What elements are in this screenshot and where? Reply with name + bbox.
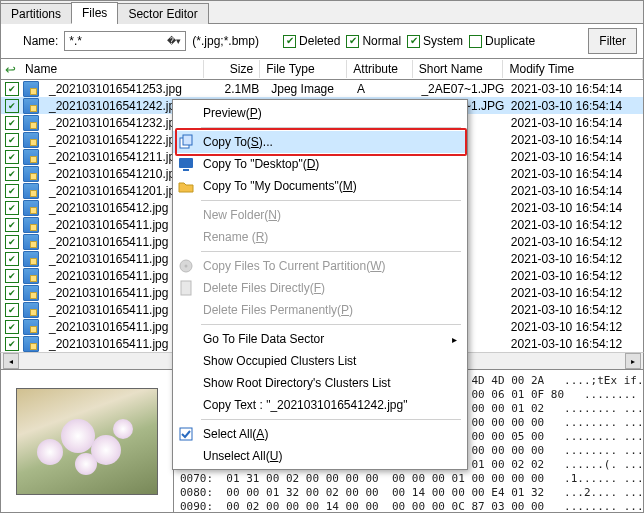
cell-mtime: 2021-03-10 16:54:12 [505, 235, 643, 249]
cell-mtime: 2021-03-10 16:54:14 [505, 201, 643, 215]
tab-partitions[interactable]: Partitions [0, 3, 72, 24]
menu-select-all[interactable]: Select All(A) [173, 423, 467, 445]
menu-copy-text[interactable]: Copy Text : "_2021031016541242.jpg" [173, 394, 467, 416]
scroll-right-icon[interactable]: ▸ [625, 353, 641, 369]
file-icon [177, 279, 195, 297]
submenu-arrow-icon: ▸ [452, 334, 457, 345]
cell-mtime: 2021-03-10 16:54:14 [505, 184, 643, 198]
name-pattern-combo[interactable]: *.* �▾ [64, 31, 186, 51]
svg-rect-2 [179, 158, 193, 168]
row-checkbox[interactable]: ✔ [5, 235, 19, 249]
cell-mtime: 2021-03-10 16:54:12 [505, 218, 643, 232]
cell-mtime: 2021-03-10 16:54:12 [505, 269, 643, 283]
col-attr[interactable]: Attribute [347, 60, 412, 78]
deleted-checkbox[interactable]: ✔Deleted [283, 34, 340, 48]
menu-goto-sector[interactable]: Go To File Data Sector▸ [173, 328, 467, 350]
row-checkbox[interactable]: ✔ [5, 286, 19, 300]
menu-copy-desktop[interactable]: Copy To "Desktop"(D) [173, 153, 467, 175]
row-checkbox[interactable]: ✔ [5, 252, 19, 266]
image-file-icon [23, 302, 39, 318]
row-checkbox[interactable]: ✔ [5, 269, 19, 283]
row-checkbox[interactable]: ✔ [5, 82, 19, 96]
drive-icon [177, 257, 195, 275]
image-file-icon [23, 200, 39, 216]
cell-mtime: 2021-03-10 16:54:12 [505, 320, 643, 334]
pattern-value: *.* [69, 34, 82, 48]
menu-copy-mydocs[interactable]: Copy To "My Documents"(M) [173, 175, 467, 197]
svg-rect-1 [183, 135, 192, 145]
cell-mtime: 2021-03-10 16:54:12 [505, 337, 643, 351]
cell-mtime: 2021-03-10 16:54:12 [505, 252, 643, 266]
name-label: Name: [23, 34, 58, 48]
cell-mtime: 2021-03-10 16:54:14 [505, 99, 643, 113]
tab-bar: Partitions Files Sector Editor [0, 0, 644, 24]
menu-show-clusters[interactable]: Show Occupied Clusters List [173, 350, 467, 372]
cell-short: _2AE07~1.JPG [415, 82, 504, 96]
scroll-left-icon[interactable]: ◂ [3, 353, 19, 369]
row-checkbox[interactable]: ✔ [5, 218, 19, 232]
menu-preview[interactable]: Preview(P) [173, 102, 467, 124]
pattern-hint: (*.jpg;*.bmp) [192, 34, 259, 48]
menu-copy-to[interactable]: Copy To(S)... [173, 131, 467, 153]
image-file-icon [23, 132, 39, 148]
up-level-icon[interactable]: ↩ [1, 62, 19, 77]
row-checkbox[interactable]: ✔ [5, 99, 19, 113]
row-checkbox[interactable]: ✔ [5, 116, 19, 130]
row-checkbox[interactable]: ✔ [5, 133, 19, 147]
image-file-icon [23, 115, 39, 131]
cell-mtime: 2021-03-10 16:54:14 [505, 133, 643, 147]
row-checkbox[interactable]: ✔ [5, 184, 19, 198]
cell-mtime: 2021-03-10 16:54:14 [505, 150, 643, 164]
tab-files[interactable]: Files [71, 2, 118, 24]
col-name[interactable]: Name [19, 60, 204, 78]
cell-type: Jpeg Image [265, 82, 351, 96]
image-file-icon [23, 251, 39, 267]
image-file-icon [23, 217, 39, 233]
context-menu: Preview(P) Copy To(S)... Copy To "Deskto… [172, 99, 468, 470]
cell-mtime: 2021-03-10 16:54:12 [505, 286, 643, 300]
menu-copy-current-partition: Copy Files To Current Partition(W) [173, 255, 467, 277]
normal-checkbox[interactable]: ✔Normal [346, 34, 401, 48]
row-checkbox[interactable]: ✔ [5, 303, 19, 317]
image-file-icon [23, 234, 39, 250]
menu-rename: Rename (R) [173, 226, 467, 248]
system-checkbox[interactable]: ✔System [407, 34, 463, 48]
svg-rect-3 [183, 169, 189, 171]
preview-pane [1, 370, 174, 512]
row-checkbox[interactable]: ✔ [5, 337, 19, 351]
copy-icon [177, 133, 195, 151]
col-type[interactable]: File Type [260, 60, 347, 78]
row-checkbox[interactable]: ✔ [5, 150, 19, 164]
cell-mtime: 2021-03-10 16:54:12 [505, 303, 643, 317]
row-checkbox[interactable]: ✔ [5, 201, 19, 215]
menu-show-root-clusters[interactable]: Show Root Directory's Clusters List [173, 372, 467, 394]
table-row[interactable]: ✔_2021031016541253.jpg2.1MBJpeg ImageA_2… [1, 80, 643, 97]
chevron-down-icon: �▾ [167, 36, 181, 46]
row-checkbox[interactable]: ✔ [5, 167, 19, 181]
menu-unselect-all[interactable]: Unselect All(U) [173, 445, 467, 467]
image-thumbnail [16, 388, 158, 495]
cell-size: 2.1MB [210, 82, 265, 96]
tab-sector-editor[interactable]: Sector Editor [117, 3, 208, 24]
cell-attr: A [351, 82, 415, 96]
col-short[interactable]: Short Name [413, 60, 504, 78]
menu-delete-directly: Delete Files Directly(F) [173, 277, 467, 299]
image-file-icon [23, 285, 39, 301]
cell-name: _2021031016541253.jpg [43, 82, 210, 96]
filter-button[interactable]: Filter [588, 28, 637, 54]
svg-rect-6 [181, 281, 191, 295]
duplicate-checkbox[interactable]: ✔Duplicate [469, 34, 535, 48]
desktop-icon [177, 155, 195, 173]
row-checkbox[interactable]: ✔ [5, 320, 19, 334]
menu-new-folder: New Folder(N) [173, 204, 467, 226]
filter-bar: Name: *.* �▾ (*.jpg;*.bmp) ✔Deleted ✔Nor… [0, 24, 644, 59]
col-mtime[interactable]: Modify Time [503, 60, 643, 78]
svg-point-5 [185, 265, 188, 268]
image-file-icon [23, 81, 39, 97]
image-file-icon [23, 319, 39, 335]
cell-mtime: 2021-03-10 16:54:14 [505, 167, 643, 181]
image-file-icon [23, 98, 39, 114]
col-size[interactable]: Size [204, 60, 260, 78]
image-file-icon [23, 149, 39, 165]
folder-icon [177, 177, 195, 195]
